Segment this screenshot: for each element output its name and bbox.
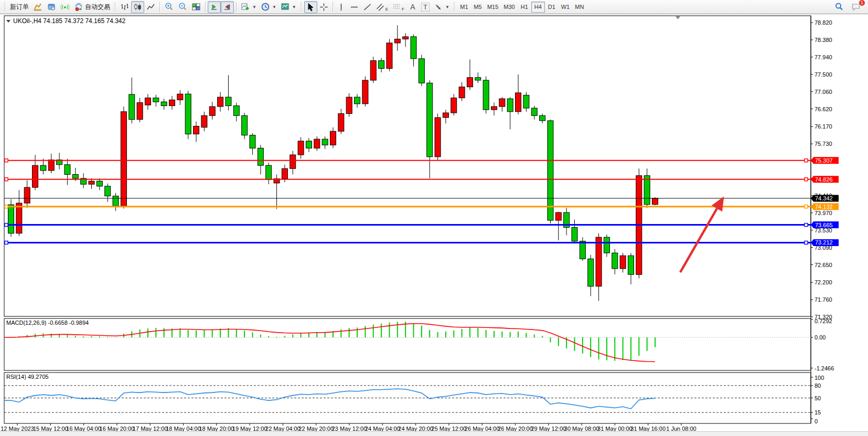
price-badge-label: 73.665 <box>815 222 833 228</box>
notifications-button[interactable]: 1 <box>849 1 863 13</box>
timeframe-button-W1[interactable]: W1 <box>559 2 573 13</box>
macd-axis-label: -1.2466 <box>815 365 834 371</box>
line-chart-icon <box>146 3 155 12</box>
candle <box>435 114 441 161</box>
timeframe-button-M15[interactable]: M15 <box>485 2 501 13</box>
timeframe-group: M1M5M15M30H1H4D1W1MN <box>457 2 586 13</box>
toolbar-separator <box>236 2 237 12</box>
indicators-button[interactable]: ▼ <box>239 1 259 13</box>
zoom-out-icon <box>178 2 187 12</box>
new-order-button[interactable]: 新订单 <box>8 1 31 13</box>
panel-border <box>4 373 811 423</box>
level-line-handle[interactable] <box>805 159 808 162</box>
level-line-handle[interactable] <box>805 241 808 244</box>
price-axis-label: 77.500 <box>815 71 832 78</box>
vertical-line-tool-button[interactable] <box>335 1 348 13</box>
trendline-icon <box>363 3 372 12</box>
timeframe-button-MN[interactable]: MN <box>572 2 586 13</box>
toolbar-grip[interactable] <box>4 2 6 12</box>
level-line-handle[interactable] <box>5 224 8 227</box>
search-button[interactable] <box>832 1 846 13</box>
horizontal-line-tool-button[interactable] <box>348 1 361 13</box>
crosshair-icon <box>319 3 328 12</box>
timeframe-button-D1[interactable]: D1 <box>545 2 559 13</box>
price-badge: 74.826 <box>811 176 839 183</box>
auto-trading-icon <box>74 2 83 12</box>
auto-scroll-button[interactable] <box>208 1 221 13</box>
bar-chart-type-button[interactable] <box>118 1 131 13</box>
signals-icon <box>60 2 70 12</box>
price-badge-label: 73.212 <box>815 239 833 246</box>
auto-trading-label: 自动交易 <box>85 3 110 12</box>
price-axis-label: 78.820 <box>815 19 832 26</box>
chevron-down-icon: ▼ <box>252 5 256 9</box>
candle <box>185 91 191 139</box>
price-badge-label: 74.132 <box>815 204 833 210</box>
toolbar-grip[interactable] <box>300 2 303 12</box>
macd-indicator-label: MACD(12,26,9) -0.6658 -0.9894 <box>6 320 89 326</box>
clock-icon <box>261 2 270 12</box>
zoom-out-button[interactable] <box>176 1 189 13</box>
timeframe-button-H4[interactable]: H4 <box>531 2 545 13</box>
candle <box>362 76 368 107</box>
new-order-label: 新订单 <box>10 3 29 12</box>
text-tool-label: A <box>410 3 415 11</box>
arrows-tool-button[interactable]: ▼ <box>432 1 452 13</box>
data-window-icon[interactable] <box>45 1 58 13</box>
level-line-handle[interactable] <box>805 205 808 208</box>
price-badge: 73.665 <box>811 221 839 228</box>
price-axis-label: 71.760 <box>815 296 832 303</box>
timeframe-button-M30[interactable]: M30 <box>501 2 517 13</box>
candlestick-chart-icon <box>133 3 142 12</box>
price-axis-label: 72.200 <box>815 279 832 285</box>
rsi-axis-label: 15 <box>815 409 821 416</box>
zoom-in-button[interactable] <box>162 1 176 13</box>
rsi-axis-label: 0 <box>815 418 818 424</box>
trendline-tool-button[interactable] <box>361 1 374 13</box>
tile-windows-button[interactable] <box>189 1 203 13</box>
chevron-down-icon: ▼ <box>272 5 276 9</box>
macd-axis-label: 0.7292 <box>815 318 832 324</box>
symbol-dropdown-icon[interactable] <box>6 20 10 23</box>
level-line-handle[interactable] <box>5 205 8 208</box>
fibonacci-tool-button[interactable]: F <box>390 1 406 13</box>
level-line-handle[interactable] <box>5 178 8 181</box>
crosshair-tool-button[interactable] <box>317 1 330 13</box>
market-watch-icon[interactable] <box>31 1 45 13</box>
timeframe-button-M5[interactable]: M5 <box>471 2 485 13</box>
chart-canvas[interactable]: 78.82078.38077.94077.50077.06076.62076.1… <box>0 0 868 436</box>
level-line-handle[interactable] <box>805 224 808 227</box>
label-tool-label: T <box>421 3 430 12</box>
channel-suffix-label: E <box>385 7 388 12</box>
level-line-handle[interactable] <box>5 241 8 244</box>
level-line-handle[interactable] <box>805 178 808 181</box>
rsi-axis-label: 100 <box>815 375 824 381</box>
candle <box>121 107 126 208</box>
zoom-in-icon <box>164 2 174 12</box>
toolbar-grip[interactable] <box>114 2 116 12</box>
candlestick-chart-type-button[interactable] <box>131 1 144 13</box>
toolbar-grip[interactable] <box>453 2 456 12</box>
timeframe-button-H1[interactable]: H1 <box>518 2 531 13</box>
price-axis-label: 76.620 <box>815 106 832 112</box>
status-bar <box>0 431 868 436</box>
auto-scroll-icon <box>210 3 219 12</box>
level-line-handle[interactable] <box>5 159 8 162</box>
timeframe-button-M1[interactable]: M1 <box>457 2 471 13</box>
signals-icon[interactable] <box>58 1 72 13</box>
text-label-tool-button[interactable]: T <box>419 1 432 13</box>
cursor-tool-button[interactable] <box>304 1 317 13</box>
text-tool-button[interactable]: A <box>406 1 419 13</box>
auto-trading-button[interactable]: 自动交易 <box>72 1 112 13</box>
trading-platform-window: 新订单 <box>0 0 868 436</box>
price-badge-label: 74.826 <box>815 176 833 183</box>
candle <box>548 120 553 224</box>
line-chart-type-button[interactable] <box>144 1 157 13</box>
price-axis-label: 73.970 <box>815 210 832 216</box>
chart-shift-button[interactable] <box>221 1 234 13</box>
templates-button[interactable]: ▼ <box>278 1 298 13</box>
price-axis-label: 78.380 <box>815 37 832 43</box>
equidistant-channel-tool-button[interactable]: E <box>374 1 390 13</box>
periods-button[interactable]: ▼ <box>259 1 278 13</box>
horizontal-line-icon <box>350 3 359 11</box>
